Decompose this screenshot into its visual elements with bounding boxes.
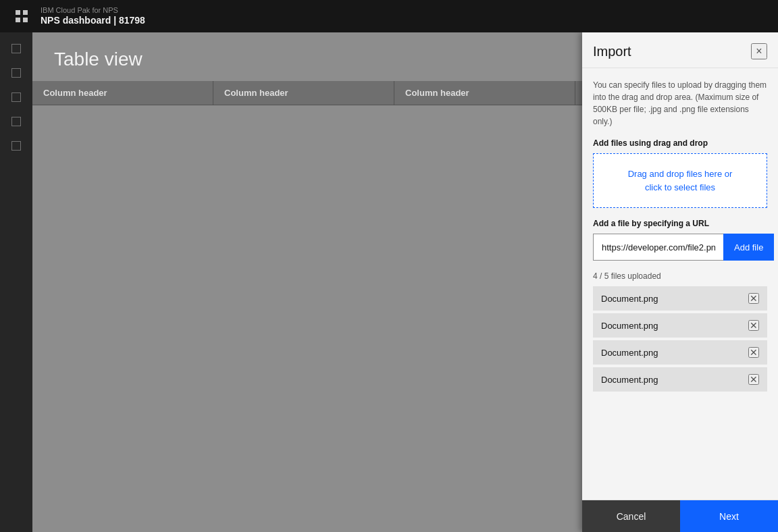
drag-drop-section-label: Add files using drag and drop <box>593 138 767 148</box>
panel-description: You can specify files to upload by dragg… <box>593 79 767 128</box>
svg-rect-2 <box>16 18 20 22</box>
file-item-4: Document.png ✕ <box>593 367 767 392</box>
top-nav: IBM Cloud Pak for NPS NPS dashboard | 81… <box>0 0 778 32</box>
content-area: Table view Column header Column header C… <box>32 32 778 532</box>
add-file-button[interactable]: Add file <box>723 234 774 261</box>
import-panel: Import × You can specify files to upload… <box>582 32 778 532</box>
table-col-header-3: Column header <box>394 81 575 105</box>
url-section-label: Add a file by specifying a URL <box>593 219 767 228</box>
svg-rect-3 <box>23 18 28 22</box>
cancel-button[interactable]: Cancel <box>582 500 680 532</box>
file-item-name-1: Document.png <box>601 294 658 304</box>
nav-title: NPS dashboard | 81798 <box>41 15 145 26</box>
panel-close-button[interactable]: × <box>751 43 767 59</box>
file-item-3: Document.png ✕ <box>593 340 767 365</box>
next-button[interactable]: Next <box>680 500 778 532</box>
checkbox-4[interactable] <box>11 117 21 126</box>
url-input-row: Add file <box>593 234 767 261</box>
sidebar-checkbox-4[interactable] <box>5 111 27 132</box>
file-list: Document.png ✕ Document.png ✕ Document.p… <box>593 286 767 392</box>
sidebar-checkbox-5[interactable] <box>5 135 27 157</box>
grid-icon[interactable] <box>11 5 32 27</box>
main-layout: Table view Column header Column header C… <box>0 32 778 532</box>
file-item-name-3: Document.png <box>601 348 658 358</box>
file-item-close-3[interactable]: ✕ <box>748 347 759 358</box>
sidebar-checkbox-3[interactable] <box>5 86 27 108</box>
svg-rect-1 <box>23 10 28 15</box>
sidebar-checkbox-1[interactable] <box>5 38 27 59</box>
table-col-header-1: Column header <box>32 81 213 105</box>
panel-footer: Cancel Next <box>582 500 778 532</box>
table-col-header-2: Column header <box>213 81 394 105</box>
sidebar <box>0 32 32 532</box>
sidebar-checkbox-2[interactable] <box>5 62 27 84</box>
file-item-close-2[interactable]: ✕ <box>748 320 759 331</box>
drag-drop-area[interactable]: Drag and drop files here orclick to sele… <box>593 153 767 208</box>
file-item-name-2: Document.png <box>601 321 658 331</box>
panel-body: You can specify files to upload by dragg… <box>582 68 778 500</box>
checkbox-3[interactable] <box>11 92 21 102</box>
nav-subtitle: IBM Cloud Pak for NPS <box>41 6 145 15</box>
nav-titles: IBM Cloud Pak for NPS NPS dashboard | 81… <box>41 6 145 26</box>
checkbox-5[interactable] <box>11 141 21 151</box>
file-count: 4 / 5 files uploaded <box>593 271 767 281</box>
svg-rect-0 <box>16 10 20 15</box>
url-input[interactable] <box>593 234 723 261</box>
checkbox-2[interactable] <box>11 68 21 78</box>
file-item-name-4: Document.png <box>601 375 658 385</box>
checkbox-1[interactable] <box>11 44 21 53</box>
file-item-1: Document.png ✕ <box>593 286 767 311</box>
file-item-2: Document.png ✕ <box>593 313 767 338</box>
panel-title: Import <box>593 44 631 59</box>
file-item-close-4[interactable]: ✕ <box>748 374 759 385</box>
panel-header: Import × <box>582 32 778 68</box>
file-item-close-1[interactable]: ✕ <box>748 293 759 304</box>
drag-drop-text: Drag and drop files here orclick to sele… <box>628 167 733 194</box>
